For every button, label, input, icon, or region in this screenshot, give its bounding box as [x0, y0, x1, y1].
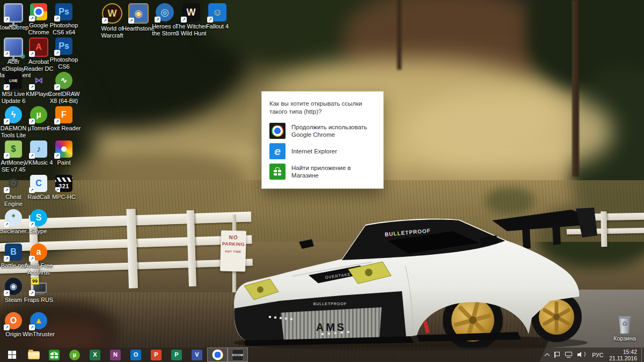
shortcut-arrow-icon: ↗	[29, 256, 35, 262]
desktop-icon-fraps-rus[interactable]: 99↗Fraps RUS	[26, 278, 51, 304]
desktop-icon-photoshop-cs6-x64[interactable]: Ps↗Photoshop CS6 x64	[52, 3, 76, 35]
desktop-icon-winthruster[interactable]: ▲↗WinThruster	[26, 312, 51, 338]
network-icon	[565, 352, 572, 358]
dialog-options: Продолжить использовать Google ChromeeIn…	[269, 123, 376, 180]
clock[interactable]: 15:42 21.11.2016	[607, 349, 641, 361]
taskbar-button-windows-store[interactable]	[44, 348, 64, 362]
file-explorer-icon	[28, 351, 40, 359]
shortcut-arrow-icon: ↗	[128, 18, 134, 24]
shortcut-arrow-icon: ↗	[155, 17, 160, 23]
adwcleaner-icon: *↗	[5, 209, 22, 226]
shortcut-arrow-icon: ↗	[4, 290, 10, 296]
avast-free-antivirus-glyph: a	[36, 248, 41, 256]
open-with-dialog: Как вы хотите открывать ссылки такого ти…	[261, 91, 384, 189]
utorrent-glyph: µ	[36, 110, 41, 119]
action-center-button[interactable]	[552, 348, 562, 362]
shortcut-arrow-icon: ↗	[181, 17, 187, 23]
desktop-icon-skype[interactable]: S↗Skype	[26, 209, 51, 235]
mpc-hc-icon: 321↗	[55, 175, 72, 192]
desktop-icon-photoshop-cs6[interactable]: Ps↗Photoshop CS6	[52, 38, 76, 70]
shortcut-arrow-icon: ↗	[29, 16, 35, 21]
shortcut-arrow-icon: ↗	[54, 153, 60, 159]
system-tray: ) РУС 15:42 21.11.2016	[543, 348, 644, 362]
shortcut-arrow-icon: ↗	[29, 290, 35, 296]
desktop-icon-artmoney-se[interactable]: $↗ArtMoney SE v7.45	[1, 141, 26, 173]
shortcut-arrow-icon: ↗	[54, 84, 60, 90]
taskbar-button-onenote[interactable]: N	[105, 348, 126, 362]
desktop-icon-the-witcher-3-wild-hunt[interactable]: W↗The Witcher 3 Wild Hunt	[179, 3, 203, 36]
fps-counter-badge: 99	[31, 278, 39, 285]
taskbar-button-excel[interactable]: X	[85, 348, 105, 362]
origin-glyph: O	[10, 316, 17, 325]
computer-icon: ↗	[4, 3, 23, 23]
ie-logo-glyph: e	[274, 145, 281, 157]
skype-glyph: S	[36, 213, 42, 222]
taskbar-button-utorrent[interactable]: µ	[64, 348, 85, 362]
steam-glyph: ◉	[10, 282, 17, 291]
google-chrome-icon: ↗	[30, 3, 47, 20]
doom-icon: DOOM	[232, 349, 244, 361]
the-witcher-3-wild-hunt-icon: W↗	[182, 3, 200, 21]
taskbar-button-outlook[interactable]: O	[126, 348, 146, 362]
daemon-tools-lite-icon: ϟ↗	[5, 106, 22, 123]
icon-label: Paint	[47, 159, 81, 166]
shortcut-arrow-icon: ↗	[4, 324, 10, 330]
fraps-rus-icon: 99↗	[30, 278, 47, 295]
taskbar-button-doom[interactable]: DOOM	[228, 348, 248, 362]
wallpaper-layer	[408, 91, 612, 172]
desktop-icon-paint[interactable]: ↗Paint	[52, 141, 76, 166]
hidden-icons-button[interactable]	[543, 348, 552, 362]
icon-label: Skype	[21, 228, 56, 235]
desktop-icon-daemon-tools-lite[interactable]: ϟ↗DAEMON Tools Lite	[1, 106, 26, 138]
shortcut-arrow-icon: ↗	[4, 119, 10, 124]
desktop-icon-avast-free-antivirus[interactable]: a↗Avast Free Antivirus	[26, 243, 51, 276]
shortcut-arrow-icon: ↗	[29, 84, 35, 90]
acer-edisplay-management-icon: ⚙↗	[4, 38, 23, 57]
chrome-logo-icon	[272, 125, 283, 137]
language-indicator[interactable]: РУС	[588, 352, 607, 358]
utorrent-glyph: µ	[73, 352, 76, 358]
taskbar-button-powerpoint[interactable]: P	[146, 348, 166, 362]
shortcut-arrow-icon: ↗	[4, 17, 10, 23]
origin-icon: O↗	[5, 312, 22, 329]
option-google-chrome[interactable]: Продолжить использовать Google Chrome	[269, 123, 376, 139]
start-button[interactable]	[0, 348, 24, 362]
show-desktop-button[interactable]	[641, 348, 644, 362]
wallpaper-car: BULLETPROOF OVERTAKE AMS BULLETPROOF	[228, 206, 598, 356]
taskbar-button-publisher[interactable]: P	[166, 348, 187, 362]
chrome-icon	[269, 123, 286, 139]
taskbar-button-file-explorer[interactable]	[24, 348, 44, 362]
icon-label: MPC-HC	[47, 194, 81, 201]
desktop-icon-msi-live-update-6[interactable]: LIVE↗MSI Live Update 6	[1, 72, 26, 104]
option-internet-explorer[interactable]: eInternet Explorer	[269, 143, 376, 159]
artmoney-se-icon: $↗	[5, 141, 22, 158]
desktop-icon-cheat-engine[interactable]: ⚙↗Cheat Engine	[1, 175, 26, 207]
taskbar-button-visio[interactable]: V	[187, 348, 207, 362]
google-chrome-icon	[212, 349, 223, 360]
network-button[interactable]	[562, 348, 575, 362]
desktop-icon-mpc-hc[interactable]: 321↗MPC-HC	[52, 175, 76, 201]
flag-icon	[554, 352, 560, 358]
powerpoint-icon: P	[151, 350, 162, 360]
clock-time: 15:42	[609, 349, 637, 355]
onenote-glyph: N	[113, 352, 118, 358]
taskbar-button-google-chrome[interactable]	[207, 348, 228, 362]
desktop-icon-fallout-4[interactable]: ☺↗Fallout 4	[205, 3, 230, 30]
option-windows-store[interactable]: Найти приложение в Магазине	[269, 164, 376, 180]
wallpaper-layer	[397, 0, 401, 70]
desktop-icon-world-of-warcraft[interactable]: W↗World of Warcraft	[100, 3, 125, 39]
recycle-bin[interactable]: Корзина	[609, 316, 641, 342]
foxit-reader-glyph: F	[61, 110, 67, 119]
shortcut-arrow-icon: ↗	[4, 84, 10, 90]
utorrent-icon: µ	[69, 350, 80, 360]
shortcut-arrow-icon: ↗	[4, 221, 10, 227]
shortcut-arrow-icon: ↗	[54, 50, 60, 56]
vkmusic-4-icon: ♪↗	[30, 141, 47, 158]
volume-button[interactable]: )	[575, 348, 588, 362]
desktop-icon-foxit-reader[interactable]: F↗Foxit Reader	[52, 106, 76, 132]
heroes-of-the-storm-glyph: ◎	[160, 8, 169, 17]
fallout-4-glyph: ☺	[213, 8, 222, 17]
desktop-icon-coreldraw-x8[interactable]: ∿↗CorelDRAW X8 (64-Bit)	[52, 72, 76, 104]
utorrent-icon: µ↗	[30, 106, 47, 123]
visio-glyph: V	[195, 352, 199, 358]
